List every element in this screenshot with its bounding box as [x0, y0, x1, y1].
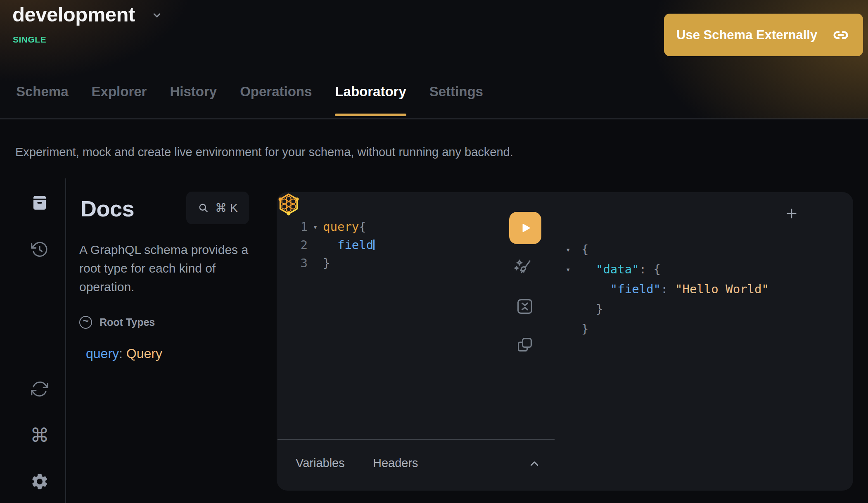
project-title-row: development — [12, 2, 163, 26]
fold-caret-icon[interactable]: ▾ — [566, 265, 581, 274]
editor-line: 1 ▾ query{ — [290, 218, 375, 236]
response-text: } — [581, 302, 603, 316]
chevron-up-icon — [527, 457, 541, 471]
tab-variables[interactable]: Variables — [296, 456, 345, 470]
plus-icon — [784, 206, 799, 221]
gear-icon — [30, 472, 49, 491]
hive-logo-icon[interactable] — [277, 192, 301, 216]
sidebar-item-keyboard-shortcuts[interactable]: ⌘ — [30, 426, 49, 445]
sidebar-divider — [65, 178, 66, 503]
header: development SINGLE Use Schema Externally… — [0, 0, 868, 119]
collapse-editor-tools-button[interactable] — [527, 456, 542, 471]
text-cursor — [373, 240, 375, 250]
project-selector-button[interactable] — [151, 9, 163, 21]
response-text: } — [581, 322, 588, 336]
root-type-name: Query — [126, 346, 162, 361]
editor-line: 3 } — [290, 254, 375, 272]
project-type-badge: SINGLE — [13, 35, 46, 45]
response-line: ▾ "data": { — [566, 259, 769, 279]
copy-icon — [516, 336, 534, 354]
sidebar-item-history[interactable] — [30, 240, 49, 259]
query-editor[interactable]: 1 ▾ query{ 2 field 3 } — [290, 218, 375, 272]
history-icon — [31, 240, 49, 259]
execute-query-button[interactable] — [509, 212, 541, 244]
nav-tabs: Schema Explorer History Operations Labor… — [16, 84, 483, 116]
hive-hexagon-icon — [277, 192, 301, 216]
root-field-name: query — [86, 346, 119, 361]
merge-icon — [515, 297, 535, 316]
tab-operations[interactable]: Operations — [240, 84, 312, 116]
code-text: query{ — [323, 220, 366, 234]
command-icon: ⌘ — [30, 426, 49, 445]
docs-panel-title: Docs — [81, 196, 134, 221]
sidebar-item-docs[interactable] — [30, 193, 49, 212]
page-title: development — [12, 2, 135, 26]
add-tab-button[interactable] — [784, 206, 799, 221]
search-shortcut-label: ⌘ K — [215, 201, 237, 215]
use-schema-externally-button[interactable]: Use Schema Externally — [664, 14, 863, 56]
tab-schema[interactable]: Schema — [16, 84, 69, 116]
use-schema-label: Use Schema Externally — [676, 28, 817, 43]
root-types-label: Root Types — [100, 316, 155, 328]
code-text: } — [323, 256, 330, 270]
line-number: 2 — [290, 238, 308, 252]
response-viewer: ▾ { ▾ "data": { "field": "Hello World" }… — [566, 240, 769, 339]
response-line: } — [566, 299, 769, 319]
link-icon — [831, 25, 851, 45]
prettify-button[interactable] — [512, 256, 535, 279]
fold-caret-icon[interactable]: ▾ — [566, 245, 581, 254]
tab-laboratory[interactable]: Laboratory — [335, 84, 406, 116]
circle-tilde-icon: ~ — [79, 316, 92, 329]
root-type-query-link[interactable]: query: Query — [86, 346, 162, 361]
line-number: 1 — [290, 220, 308, 234]
root-separator: : — [119, 346, 126, 361]
response-text: "field": "Hello World" — [581, 282, 769, 296]
chevron-down-icon — [151, 9, 163, 21]
doc-search-button[interactable]: ⌘ K — [186, 192, 249, 224]
tab-headers[interactable]: Headers — [373, 456, 418, 470]
footer-divider — [277, 439, 555, 440]
fold-caret-icon[interactable]: ▾ — [308, 222, 323, 231]
root-types-section: ~ Root Types — [79, 316, 155, 329]
play-icon — [518, 221, 532, 235]
docs-book-icon — [31, 194, 49, 212]
code-text: field — [323, 238, 373, 252]
sidebar-item-settings[interactable] — [30, 472, 49, 491]
tab-history[interactable]: History — [170, 84, 217, 116]
graphiql-card: 1 ▾ query{ 2 field 3 } — [277, 192, 853, 491]
docs-description: A GraphQL schema provides a root type fo… — [79, 240, 254, 296]
copy-query-button[interactable] — [516, 336, 534, 354]
prettify-sparkle-brush-icon — [512, 256, 535, 279]
editor-line: 2 field — [290, 236, 375, 254]
laboratory-page: development SINGLE Use Schema Externally… — [0, 0, 868, 503]
response-text: "data": { — [581, 262, 661, 276]
response-line: ▾ { — [566, 240, 769, 259]
response-text: { — [581, 242, 588, 256]
search-icon — [197, 202, 210, 214]
sidebar-item-refetch-schema[interactable] — [30, 380, 49, 399]
merge-fragments-button[interactable] — [515, 297, 535, 316]
response-line: "field": "Hello World" — [566, 279, 769, 299]
response-line: } — [566, 319, 769, 339]
refetch-icon — [31, 380, 49, 398]
page-description: Experiment, mock and create live environ… — [15, 145, 513, 159]
line-number: 3 — [290, 256, 308, 270]
tab-settings[interactable]: Settings — [429, 84, 483, 116]
tab-explorer[interactable]: Explorer — [92, 84, 147, 116]
